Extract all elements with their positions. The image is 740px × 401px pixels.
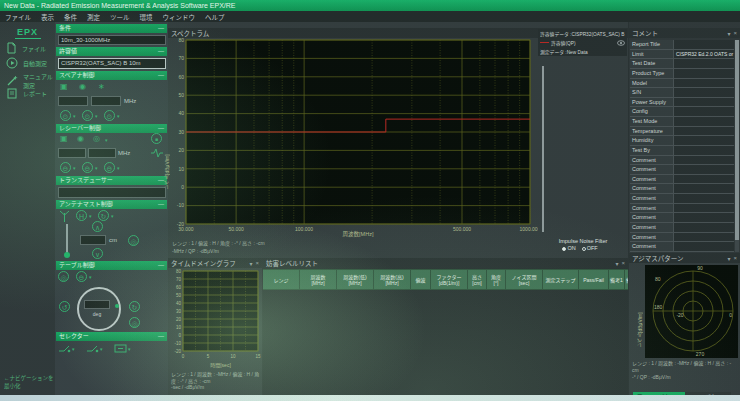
chevron-down-icon[interactable]: ▾ [105,137,108,143]
comment-row-value[interactable] [674,107,734,116]
list-column-header-9[interactable]: 測定ステップ [543,269,579,290]
comment-row-value[interactable] [674,146,734,155]
list-column-header-2[interactable]: 周波数(低)[MHz] [337,269,374,290]
selector-switch-icon-3[interactable] [114,343,127,354]
receiver-bcn-icon[interactable]: ◉ [77,134,84,144]
close-icon[interactable]: × [255,260,259,266]
mast-up-button[interactable]: ∧ [92,221,103,232]
turntable-angle-field[interactable] [84,300,110,309]
chevron-down-icon[interactable]: ▾ [72,346,75,352]
chevron-down-icon[interactable]: ▾ [95,165,98,171]
menu-item-4[interactable]: ツール [110,12,130,22]
chevron-down-icon[interactable]: ▾ [100,346,103,352]
antenna-mast-section-header[interactable]: アンテナマスト制御— [56,200,167,209]
comment-scrollbar-track[interactable] [735,40,739,252]
table-rotate-cw-button[interactable]: ↻ [129,301,140,312]
analyzer-preset-button-1[interactable]: ⊙ [60,110,71,121]
eye-icon[interactable] [617,40,625,46]
pin-icon[interactable]: ▾ [727,255,730,262]
comment-row-value[interactable] [674,194,734,203]
list-column-header-6[interactable]: 高さ[cm] [468,269,487,290]
receiver-detector-button-2[interactable]: ⊖ [82,162,93,173]
sidebar-item-file[interactable]: ファイル [6,42,46,55]
comment-row-value[interactable] [674,69,734,78]
mast-height-field[interactable] [80,235,106,245]
pin-icon[interactable]: ▾ [249,260,252,267]
comment-row-value[interactable] [674,233,734,242]
mast-go-button[interactable]: ◎ [128,235,139,246]
receiver-display-icon[interactable]: ▣ [60,134,68,144]
receiver-section-header[interactable]: レシーバー制御— [56,124,167,133]
comment-row-value[interactable] [674,40,734,49]
close-icon[interactable]: × [733,30,737,36]
selector-switch-icon-1[interactable] [58,343,71,354]
selector-switch-icon-2[interactable] [86,343,99,354]
comment-row-value[interactable] [674,242,734,251]
list-column-header-8[interactable]: ノイズ区間[sec] [506,269,543,290]
chevron-down-icon[interactable]: ▾ [89,274,92,280]
analyzer-preset-button-2[interactable]: ⊙ [82,110,93,121]
noise-filter-radio-off[interactable]: OFF [582,245,598,251]
receiver-rts-icon[interactable]: ◎ [93,134,100,144]
turntable-dial[interactable] [77,287,121,331]
comment-row-value[interactable] [674,165,734,174]
mast-speed-dial[interactable]: ↻ [98,210,109,221]
analyzer-connect-icon[interactable]: ◉ [79,82,86,92]
transducer-section-header[interactable]: トランスデューサー— [56,176,167,185]
menu-item-7[interactable]: ヘルプ [205,12,225,22]
transducer-select[interactable] [58,187,166,198]
receiver-detector-button-3[interactable]: ⊖ [104,162,115,173]
comment-row-value[interactable] [674,136,734,145]
condition-select[interactable]: 10m_30-1000MHz [58,35,166,45]
analyzer-stop-freq-field[interactable] [91,96,121,106]
table-control-section-header[interactable]: テーブル制御— [56,261,167,270]
receiver-stop-freq-field[interactable] [88,148,116,158]
condition-section-header[interactable]: 条件— [56,24,167,33]
comment-row-value[interactable] [674,204,734,213]
analyzer-start-freq-field[interactable] [58,96,88,106]
list-column-header-3[interactable]: 周波数(高)[MHz] [374,269,411,290]
comment-row-value[interactable] [674,59,734,68]
chevron-down-icon[interactable]: ▾ [111,213,114,219]
chevron-down-icon[interactable]: ▾ [117,113,120,119]
legend-splitter[interactable] [542,66,544,232]
receiver-start-freq-field[interactable] [58,148,86,158]
list-column-header-12[interactable]: 備考2 [625,269,628,290]
comment-scrollbar-thumb[interactable] [735,40,739,240]
noise-filter-radio-on[interactable]: ON [562,245,575,251]
chevron-down-icon[interactable]: ▾ [89,213,92,219]
selector-section-header[interactable]: セレクター— [56,332,167,341]
nav-minimize-button[interactable]: ←ナビゲーションを最小化 [4,374,55,390]
comment-row-value[interactable] [674,223,734,232]
menu-item-3[interactable]: 測定 [87,12,100,22]
analyzer-preset-button-3[interactable]: ⊙ [104,110,115,121]
comment-row-value[interactable] [674,127,734,136]
comment-row-value[interactable]: CISPR32 Ed.2.0 OATS or SAC Cla [674,50,734,59]
attenuator-icon[interactable] [150,147,164,159]
comment-row-value[interactable] [674,117,734,126]
menu-item-6[interactable]: ウィンドウ [163,12,196,22]
table-go-button[interactable]: ◎ [129,317,140,328]
menu-item-1[interactable]: 表示 [41,12,54,22]
table-speed-button[interactable]: ⊖ [76,271,87,282]
polarization-button[interactable]: H [76,210,87,221]
comment-row-value[interactable] [674,213,734,222]
limit-select[interactable]: CISPR32(OATS_SAC) B 10m [58,58,166,69]
pin-icon[interactable]: ▾ [727,30,730,37]
chevron-down-icon[interactable]: ▾ [73,165,76,171]
menu-item-0[interactable]: ファイル [5,12,31,22]
list-column-header-4[interactable]: 偏波 [411,269,431,290]
receiver-detector-button-1[interactable]: ⊖ [60,162,71,173]
menu-item-5[interactable]: 環境 [140,12,153,22]
mast-down-button[interactable]: ∨ [92,248,103,259]
table-mode-button[interactable]: ◎ [58,271,69,282]
list-table-body[interactable] [263,290,628,386]
list-column-header-11[interactable]: 備考1 [609,269,625,290]
chevron-down-icon[interactable]: ▾ [73,113,76,119]
chevron-down-icon[interactable]: ▾ [128,346,131,352]
analyzer-display-icon[interactable]: ▣ [60,82,68,92]
mast-slider-thumb[interactable] [64,252,70,258]
chevron-down-icon[interactable]: ▾ [117,165,120,171]
receiver-stop-button[interactable]: ■ [151,133,162,144]
list-column-header-7[interactable]: 角度[°] [487,269,506,290]
